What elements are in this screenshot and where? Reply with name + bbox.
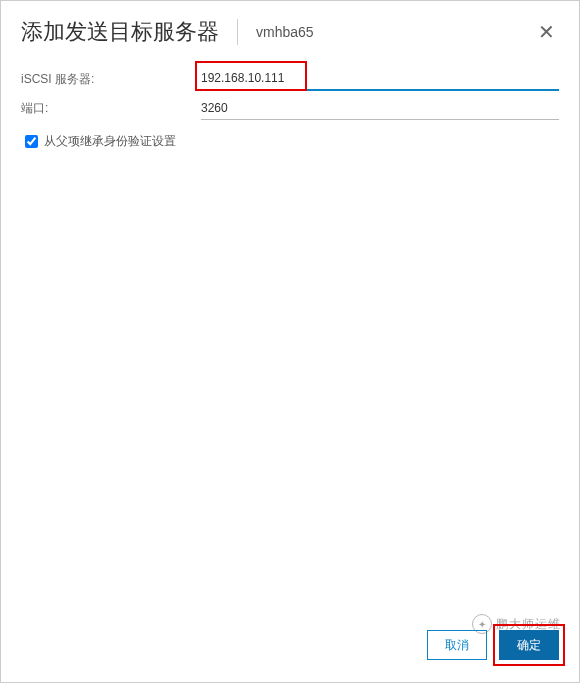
cancel-button[interactable]: 取消 bbox=[427, 630, 487, 660]
ok-button[interactable]: 确定 bbox=[499, 630, 559, 660]
dialog: 添加发送目标服务器 vmhba65 ✕ iSCSI 服务器: 端口: 从父项继承… bbox=[0, 0, 580, 683]
close-icon[interactable]: ✕ bbox=[534, 18, 559, 46]
title-divider bbox=[237, 19, 238, 45]
dialog-body: iSCSI 服务器: 端口: 从父项继承身份验证设置 bbox=[1, 67, 579, 618]
iscsi-server-label: iSCSI 服务器: bbox=[21, 71, 201, 88]
inherit-auth-row: 从父项继承身份验证设置 bbox=[21, 132, 559, 151]
inherit-auth-label: 从父项继承身份验证设置 bbox=[44, 133, 176, 150]
dialog-subtitle: vmhba65 bbox=[256, 24, 534, 40]
port-field-wrap bbox=[201, 97, 559, 120]
iscsi-server-field-wrap bbox=[201, 67, 559, 91]
inherit-auth-checkbox[interactable] bbox=[25, 135, 38, 148]
port-label: 端口: bbox=[21, 100, 201, 117]
iscsi-server-input[interactable] bbox=[201, 67, 559, 91]
dialog-header: 添加发送目标服务器 vmhba65 ✕ bbox=[1, 1, 579, 67]
dialog-title: 添加发送目标服务器 bbox=[21, 17, 219, 47]
port-input[interactable] bbox=[201, 97, 559, 120]
iscsi-server-row: iSCSI 服务器: bbox=[21, 67, 559, 91]
ok-button-wrap: 确定 bbox=[499, 630, 559, 660]
wechat-icon: ✦ bbox=[472, 614, 492, 634]
port-row: 端口: bbox=[21, 97, 559, 120]
